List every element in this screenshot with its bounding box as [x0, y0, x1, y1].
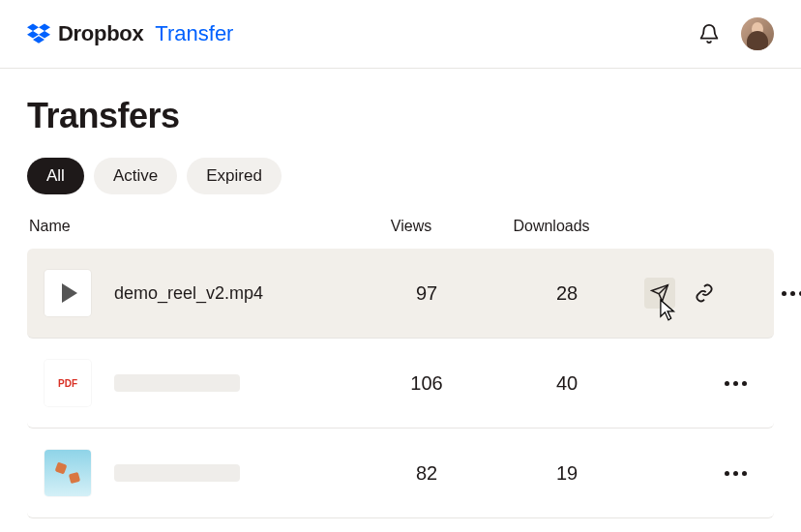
name-cell [44, 450, 364, 496]
link-icon [695, 283, 714, 303]
file-name-placeholder [114, 374, 240, 392]
send-button[interactable] [644, 278, 675, 309]
video-thumbnail [44, 270, 91, 316]
name-cell: PDF [44, 360, 364, 406]
filter-active[interactable]: Active [94, 158, 177, 194]
filter-pills: All Active Expired [27, 158, 774, 194]
views-value: 106 [364, 372, 490, 395]
more-options-button[interactable] [719, 465, 753, 482]
column-downloads: Downloads [474, 218, 629, 235]
table-row[interactable]: demo_reel_v2.mp4 97 28 [27, 249, 774, 339]
send-icon [650, 283, 669, 303]
app-header: Dropbox Transfer [0, 0, 801, 69]
header-actions [698, 17, 774, 50]
user-avatar[interactable] [741, 17, 774, 50]
file-name: demo_reel_v2.mp4 [114, 283, 263, 304]
table-row[interactable]: PDF 106 40 [27, 339, 774, 429]
notifications-icon[interactable] [698, 23, 720, 44]
image-thumbnail [44, 450, 91, 496]
downloads-value: 40 [490, 372, 644, 395]
column-name: Name [29, 218, 348, 235]
views-value: 82 [364, 462, 490, 485]
brand-name: Dropbox [58, 21, 143, 46]
file-name-placeholder [114, 464, 240, 482]
table-row[interactable]: 82 19 [27, 429, 774, 518]
name-cell: demo_reel_v2.mp4 [44, 270, 364, 316]
page-title: Transfers [27, 96, 774, 136]
more-options-button[interactable] [719, 375, 753, 392]
row-actions [644, 278, 801, 309]
main-content: Transfers All Active Expired Name Views … [0, 69, 801, 518]
play-icon [62, 283, 77, 303]
dropbox-logo-icon [27, 22, 50, 45]
hover-actions [644, 278, 720, 309]
brand-sub: Transfer [155, 21, 233, 46]
downloads-value: 19 [490, 462, 644, 485]
pdf-label: PDF [58, 378, 77, 389]
more-options-button[interactable] [776, 285, 801, 302]
row-actions [644, 465, 760, 482]
filter-expired[interactable]: Expired [187, 158, 282, 194]
views-value: 97 [364, 282, 490, 305]
table-header: Name Views Downloads [27, 218, 774, 249]
copy-link-button[interactable] [689, 278, 720, 309]
filter-all[interactable]: All [27, 158, 84, 194]
brand: Dropbox Transfer [27, 21, 233, 46]
transfer-list: demo_reel_v2.mp4 97 28 [27, 249, 774, 518]
row-actions [644, 375, 760, 392]
downloads-value: 28 [490, 282, 644, 305]
pdf-thumbnail: PDF [44, 360, 91, 406]
column-views: Views [348, 218, 474, 235]
